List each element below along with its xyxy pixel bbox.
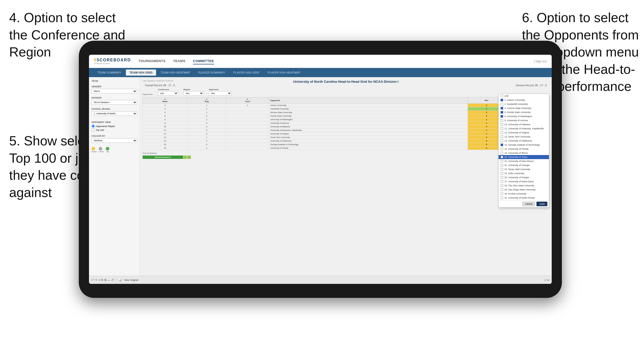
checkbox-arizona[interactable] [501, 119, 503, 122]
sidebar-gender-label: Gender [92, 85, 137, 88]
undo-icon[interactable]: ↩ [92, 278, 94, 282]
clock-icon[interactable]: ⏱ [111, 279, 114, 282]
sign-out[interactable]: | Sign out [534, 60, 547, 63]
dropdown-item-arizona[interactable]: 9. University of Arizona [499, 118, 549, 122]
checkbox-texas-tech[interactable] [501, 135, 503, 138]
opponent-filter-label: Opponent [209, 88, 232, 91]
back-icon[interactable]: ◁ [98, 278, 100, 282]
dropdown-apply-button[interactable]: Apply [536, 202, 547, 206]
nav-committee[interactable]: COMMITTEE [193, 58, 214, 64]
table-row: 82 University of Washington 1 0 [143, 118, 549, 121]
checkbox-oklahoma[interactable] [501, 140, 503, 142]
conference-filter-select[interactable]: (All) [158, 91, 178, 95]
col-opponent: Opponent [269, 97, 468, 104]
opponent-dropdown[interactable]: (All) 2. Auburn University 3. Vanderbilt… [498, 94, 549, 207]
dropdown-item-new-mexico[interactable]: 21. University of New Mexico [499, 159, 549, 163]
checkbox-notre-dame[interactable] [501, 180, 503, 183]
checkbox-georgia-tech[interactable] [501, 144, 503, 146]
opponent-filter-select[interactable]: (All) [209, 91, 232, 95]
region-filter-select[interactable]: (All) [183, 91, 204, 95]
checkbox-washington[interactable] [501, 115, 503, 118]
dropdown-item-oklahoma[interactable]: 14. University of Oklahoma [499, 139, 549, 143]
checkbox-vanderbilt[interactable] [501, 103, 503, 105]
grid-title: University of North Carolina Head-to-Hea… [142, 80, 549, 84]
nav-tournaments[interactable]: TOURNAMENTS [139, 58, 166, 64]
sidebar-school-label: School (Rank) [92, 108, 137, 110]
tab-player-h2h-grid[interactable]: PLAYER H2H GRID [230, 70, 263, 76]
table-row: 131 Texas Tech University 3 0 [143, 136, 549, 139]
dropdown-item-florida-state[interactable]: 6. Florida State University [499, 110, 549, 114]
checkbox-arizona-state[interactable] [501, 107, 503, 109]
dropdown-item-texas-tech[interactable]: 13. Texas Tech University [499, 135, 549, 139]
dropdown-item-alabama[interactable]: 10. University of Alabama [499, 122, 549, 127]
dropdown-item-texas[interactable]: 20. University of Texas [499, 155, 549, 159]
tab-team-h2h-heatmap[interactable]: TEAM H2H HEATMAP [157, 70, 194, 76]
dropdown-item-san-diego[interactable]: 29. San Diego State University [499, 188, 549, 192]
dropdown-item-texas-am[interactable]: 23. Texas A&M University [499, 167, 549, 171]
redo-icon[interactable]: ↪ [95, 278, 97, 282]
checkbox-oregon[interactable] [501, 176, 503, 179]
dropdown-item-purdue[interactable]: 30. Purdue University [499, 192, 549, 196]
dropdown-item-north-florida[interactable]: 31. University of North Florida [499, 196, 549, 200]
dash-icon[interactable]: — [108, 279, 110, 282]
copy-icon[interactable]: ⧉ [101, 278, 103, 282]
dropdown-item-oregon[interactable]: 25. University of Oregon [499, 175, 549, 179]
checkbox-ohio-state[interactable] [501, 184, 503, 187]
dropdown-item-virginia[interactable]: 12. University of Virginia [499, 131, 549, 135]
dropdown-item-arkansas[interactable]: 11. University of Arkansas, Fayetteville [499, 127, 549, 131]
sidebar-opponents-played-radio[interactable]: Opponents Played [92, 124, 137, 128]
checkbox-san-diego[interactable] [501, 188, 503, 191]
checkbox-new-mexico[interactable] [501, 160, 503, 162]
sidebar-school-select[interactable]: 1. University of North... [92, 111, 137, 116]
nav-teams[interactable]: TEAMS [173, 58, 185, 64]
grid-header: University of North Carolina Head-to-Hea… [142, 80, 549, 87]
dropdown-item-arizona-state[interactable]: 4. Arizona State University [499, 106, 549, 110]
checkbox-duke[interactable] [501, 172, 503, 175]
checkbox-alabama[interactable] [501, 123, 503, 126]
checkbox-florida[interactable] [501, 148, 503, 150]
dropdown-item-vanderbilt[interactable]: 3. Vanderbilt University [499, 102, 549, 106]
sidebar-gender-select[interactable]: Men's [92, 89, 137, 93]
checkbox-texas-am[interactable] [501, 168, 503, 171]
checkbox-arkansas[interactable] [501, 127, 503, 130]
out-of-division-section: Out of division NCAA Division II 1 0 [142, 152, 549, 159]
dropdown-cancel-button[interactable]: Cancel [522, 202, 535, 206]
dropdown-item-duke[interactable]: 24. Duke University [499, 171, 549, 175]
dropdown-item-auburn[interactable]: 2. Auburn University [499, 98, 549, 102]
sidebar-division-select[interactable]: NCAA Division I [92, 100, 137, 105]
checkbox-virginia[interactable] [501, 131, 503, 134]
view-icon[interactable]: 📊 [118, 278, 122, 282]
col-rank: #Rank [143, 97, 188, 104]
checkbox-georgia[interactable] [501, 164, 503, 166]
tab-player-h2h-heatmap[interactable]: PLAYER H2H HEATMAP [264, 70, 304, 76]
table-row: 41 Arizona State University 5 1 [143, 111, 549, 114]
filter-row: Opponents: Conference (All) Region (All) [142, 88, 549, 95]
table-row: 105 University of Alabama 3 0 [143, 125, 549, 129]
dropdown-item-florida[interactable]: 16. University of Florida [499, 147, 549, 151]
dropdown-item-washington[interactable]: 8. University of Washington [499, 114, 549, 118]
checkbox-illinois[interactable] [501, 152, 503, 154]
sidebar-colour-by-select[interactable]: Win/loss [92, 138, 137, 143]
checkbox-texas[interactable] [501, 156, 503, 158]
checkbox-florida-state[interactable] [501, 111, 503, 114]
tab-team-summary[interactable]: TEAM SUMMARY [94, 70, 125, 76]
tab-player-summary[interactable]: PLAYER SUMMARY [195, 70, 229, 76]
dropdown-item-illinois[interactable]: 18. University of Illinois [499, 151, 549, 155]
checkbox-auburn[interactable] [501, 99, 503, 101]
legend-down-dot [92, 147, 95, 150]
dropdown-item-georgia[interactable]: 22. University of Georgia [499, 163, 549, 167]
dropdown-item-ohio-state[interactable]: 28. The Ohio State University [499, 184, 549, 188]
sidebar: Team Gender Men's Division NCAA Division… [89, 77, 140, 276]
action-separator [116, 278, 116, 282]
checkbox-north-florida[interactable] [501, 197, 503, 199]
dropdown-item-georgia-tech[interactable]: 15. Georgia Institute of Technology [499, 143, 549, 147]
sidebar-top100-radio[interactable]: Top 100 [92, 128, 137, 132]
tablet-device: 55COREBOARD Powered by Data TOURNAMENTS … [79, 41, 562, 298]
dropdown-item-notre-dame[interactable]: 27. University of Notre Dame [499, 179, 549, 184]
checkbox-all[interactable] [501, 95, 503, 97]
tab-team-h2h-grid[interactable]: TEAM H2H GRID [126, 70, 156, 76]
checkbox-purdue[interactable] [501, 192, 503, 195]
dropdown-item-all[interactable]: (All) [499, 94, 549, 98]
grid-icon[interactable]: ⊞ [104, 278, 107, 282]
action-bar: ↩ ↪ ◁ ⧉ ⊞ — ⏱ 📊 View: Original ⊙ W [89, 276, 552, 284]
